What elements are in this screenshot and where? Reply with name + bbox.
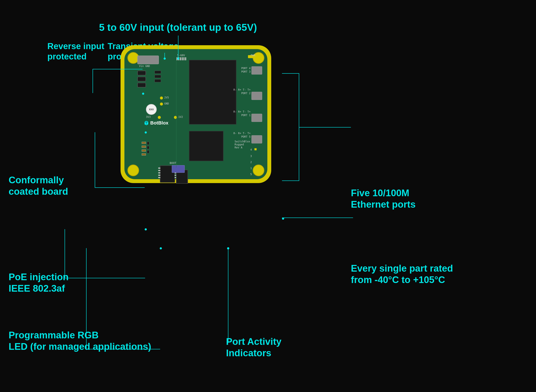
poe-injection-label: PoE injectionIEEE 802.3af <box>9 271 69 294</box>
corner-br <box>253 164 264 176</box>
port2-r-label: R- R+ T- T+ <box>234 88 250 91</box>
line-h-ethernet <box>299 127 351 127</box>
brand-name: BotBlox <box>150 120 168 126</box>
port2-label: PORT 2 <box>241 92 250 95</box>
crystal: XXX <box>146 104 157 115</box>
port2-num: 2 <box>250 161 252 164</box>
port-2-connector <box>251 92 262 100</box>
temperature-rated-label: Every single part ratedfrom -40°C to +10… <box>351 263 453 286</box>
dot-rgb <box>160 247 162 249</box>
dot-poe <box>145 228 147 230</box>
secondary-chip <box>189 131 223 161</box>
text-gnd-small: GND <box>164 102 169 105</box>
ethernet-ports-label: Five 10/100MEthernet ports <box>351 187 416 210</box>
line-v-power <box>178 36 178 58</box>
port5-label: PORT 5 <box>241 135 250 138</box>
line-v-rgb <box>86 248 87 349</box>
led-gnd <box>160 103 163 106</box>
boot-connector <box>172 165 185 173</box>
text-3v3: 3V3 <box>146 116 151 118</box>
main-chip <box>189 60 236 125</box>
inductor-2 <box>137 77 146 81</box>
conformally-coated-label: Conformallycoated board <box>9 174 68 197</box>
pwr-text: PWR <box>250 54 255 57</box>
boot-label: BOOT <box>170 161 176 164</box>
port-activity-label: Port ActivityIndicators <box>226 336 282 359</box>
inductor-3 <box>137 83 146 88</box>
port-4-3-connector <box>251 66 262 75</box>
reverse-input-label: Reverse inputprotected <box>47 41 104 62</box>
line-v-coated <box>95 132 95 188</box>
port3-num: 3 <box>250 155 252 158</box>
components-area <box>142 142 152 168</box>
inductor-1 <box>137 71 146 75</box>
line-v-activity <box>228 248 228 343</box>
botblox-logo: BotBlox <box>144 120 168 126</box>
port4-label: PORT 4 <box>241 67 250 70</box>
port1-r-label: R- R+ T- T+ <box>234 110 250 113</box>
trace-v <box>176 60 176 168</box>
vin-label: Vin GND <box>139 65 150 68</box>
ethernet-bracket <box>282 73 299 181</box>
voltage-label: 5 to 60V input (tolerant up to 65V) <box>99 22 257 33</box>
port5-r-label: R- R+ T- T+ <box>234 132 250 135</box>
port1-num: 1 <box>250 167 252 170</box>
dot-coated <box>145 131 147 134</box>
line-h-poe <box>65 278 145 278</box>
port-1-connector <box>251 114 262 122</box>
led-2v5 <box>160 97 163 99</box>
board: 5-60V Vin GND PWR 2V5 GND 3V3 1 <box>120 45 271 183</box>
dot-activity-2 <box>227 247 229 249</box>
port1-label: PORT 1 <box>241 114 250 117</box>
line-v-poe <box>65 229 65 278</box>
led-3v3 <box>158 116 161 119</box>
port3-label: PORT 3 <box>241 70 250 73</box>
line-h-temp <box>282 218 353 218</box>
line-h-reverse <box>92 69 143 69</box>
line-v-reverse <box>92 69 93 93</box>
line-v-transient <box>164 53 165 58</box>
text-2v5: 2V5 <box>164 96 169 99</box>
power-connector <box>137 56 159 64</box>
dot-reverse <box>142 93 144 95</box>
line-h-rgb <box>86 349 160 349</box>
switchblox-text: SwitchBloxRuggedRev A <box>235 140 250 149</box>
board-inner: 5-60V Vin GND PWR 2V5 GND 3V3 1 <box>125 49 267 179</box>
corner-bl <box>127 164 139 176</box>
port-5-connector <box>251 135 262 144</box>
port5b-num: 5 <box>250 173 252 176</box>
line-h-coated <box>95 187 145 188</box>
port5-num: 4 <box>250 148 252 151</box>
text-1v2: 1V2 <box>178 116 183 118</box>
